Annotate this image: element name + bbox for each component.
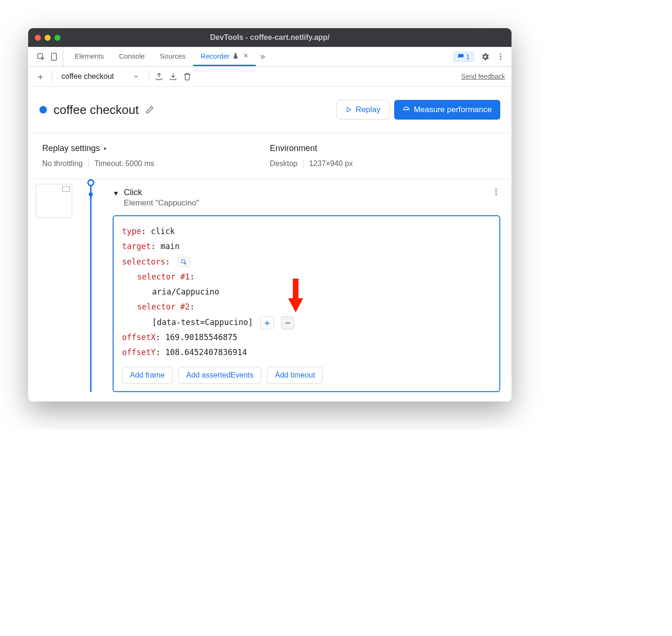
edit-title-icon[interactable] (145, 106, 154, 114)
dimensions-value: 1237×940 px (309, 159, 353, 168)
add-frame-button[interactable]: Add frame (122, 367, 173, 384)
selector-value[interactable]: [data-test=Cappucino] (152, 318, 253, 327)
more-menu-icon[interactable] (496, 53, 505, 61)
recording-title: coffee checkout (53, 103, 139, 117)
svg-point-8 (496, 194, 497, 195)
devtools-window: DevTools - coffee-cart.netlify.app/ Elem… (28, 28, 512, 401)
flask-icon (232, 53, 239, 59)
titlebar: DevTools - coffee-cart.netlify.app/ (28, 28, 512, 47)
step-more-icon[interactable] (492, 188, 500, 196)
svg-point-4 (500, 56, 502, 57)
issues-badge[interactable]: 1 (453, 52, 474, 62)
remove-selector-button[interactable]: − (281, 316, 294, 329)
inspect-icon[interactable] (37, 53, 45, 61)
recorder-toolbar: ＋ coffee checkout Send feedback (28, 67, 512, 87)
settings-gear-icon[interactable] (481, 52, 490, 61)
environment-title: Environment (270, 144, 497, 153)
window-title: DevTools - coffee-cart.netlify.app/ (28, 33, 512, 42)
step-title: Click (124, 188, 199, 197)
device-icon[interactable] (50, 53, 58, 61)
svg-point-5 (500, 58, 502, 60)
prop-key: offsetX (122, 333, 156, 342)
annotation-arrow-icon (286, 279, 305, 316)
add-timeout-button[interactable]: Add timeout (267, 367, 323, 384)
tab-label: Recorder (201, 52, 230, 60)
caret-right-icon (103, 146, 107, 151)
recording-header: coffee checkout Replay Measure performan… (28, 87, 512, 133)
timeline-marker (87, 179, 94, 186)
recording-name: coffee checkout (61, 72, 114, 81)
import-icon[interactable] (169, 72, 177, 81)
svg-point-6 (496, 189, 497, 190)
prop-key: target (122, 242, 151, 251)
throttling-value: No throttling (42, 159, 83, 168)
tab-label: Elements (75, 52, 104, 60)
button-label: Replay (356, 105, 381, 114)
prop-key: type (122, 227, 141, 236)
steps-area: ▼ Click Element "Cappucino" type: click … (28, 179, 512, 401)
status-dot-icon (39, 106, 47, 114)
button-label: Measure performance (414, 105, 492, 114)
svg-rect-10 (293, 279, 298, 300)
timeline-marker (89, 192, 93, 197)
prop-value[interactable]: : 108.6452407836914 (156, 348, 247, 357)
replay-button[interactable]: Replay (336, 100, 389, 120)
caret-down-icon: ▼ (113, 189, 119, 197)
tab-sources[interactable]: Sources (153, 47, 193, 66)
svg-point-7 (496, 191, 497, 193)
screenshot-thumbnail[interactable] (36, 184, 72, 218)
element-picker-icon[interactable] (178, 257, 190, 267)
step-header[interactable]: ▼ Click Element "Cappucino" (113, 188, 500, 208)
svg-rect-1 (52, 53, 57, 60)
play-icon (345, 106, 352, 113)
timeout-value: Timeout: 5000 ms (94, 159, 154, 168)
add-selector-button[interactable]: + (260, 316, 274, 329)
prop-key: selector #1 (137, 272, 190, 281)
recording-select[interactable]: coffee checkout (58, 70, 143, 83)
measure-performance-button[interactable]: Measure performance (394, 100, 500, 120)
close-tab-icon[interactable]: × (244, 52, 248, 60)
step-subtitle: Element "Cappucino" (124, 198, 199, 208)
tab-label: Sources (160, 52, 186, 60)
add-asserted-events-button[interactable]: Add assertedEvents (178, 367, 261, 384)
step-detail-box: type: click target: main selectors: sele… (113, 215, 500, 392)
prop-key: offsetY (122, 348, 156, 357)
settings-row: Replay settings No throttling Timeout: 5… (28, 133, 512, 179)
tab-console[interactable]: Console (112, 47, 153, 66)
export-icon[interactable] (155, 72, 163, 81)
panel-tabbar: Elements Console Sources Recorder × » 1 (28, 47, 512, 67)
prop-value[interactable]: : 169.90185546875 (156, 333, 237, 342)
delete-icon[interactable] (183, 72, 191, 81)
tab-recorder[interactable]: Recorder × (193, 47, 256, 66)
replay-settings-toggle[interactable]: Replay settings (42, 144, 270, 153)
tabs-overflow-icon[interactable]: » (256, 52, 270, 61)
prop-key: selector #2 (137, 302, 190, 311)
gauge-icon (403, 106, 410, 114)
badge-count: 1 (466, 53, 470, 61)
new-recording-button[interactable]: ＋ (35, 71, 46, 82)
prop-key: selectors (122, 257, 165, 266)
tab-label: Console (119, 52, 145, 60)
send-feedback-link[interactable]: Send feedback (461, 73, 505, 80)
tab-elements[interactable]: Elements (67, 47, 112, 66)
device-value: Desktop (270, 159, 298, 168)
prop-value[interactable]: : main (151, 242, 179, 251)
prop-value[interactable]: : click (141, 227, 175, 236)
svg-point-3 (500, 53, 502, 55)
chevron-down-icon (133, 73, 139, 80)
selector-value[interactable]: aria/Cappucino (152, 287, 219, 296)
timeline (84, 179, 113, 392)
